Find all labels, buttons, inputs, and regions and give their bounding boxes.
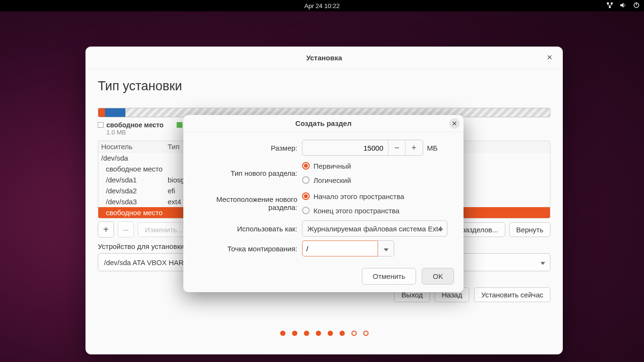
ok-button[interactable]: OK: [422, 268, 454, 285]
legend-size: 1.0 MB: [98, 129, 163, 136]
size-increment-button[interactable]: +: [405, 140, 422, 155]
pager-dot: [328, 331, 333, 336]
swatch-icon: [98, 122, 104, 128]
pager-dot: [292, 331, 297, 336]
strip-segment: [105, 108, 125, 117]
add-partition-button[interactable]: +: [98, 221, 114, 238]
cell-device: /dev/sda1: [101, 176, 168, 184]
pager-dots: [98, 331, 550, 336]
pager-dot: [351, 331, 357, 336]
swatch-icon: [177, 122, 182, 128]
radio-label: Логический: [313, 176, 351, 184]
cancel-button[interactable]: Отменить: [362, 268, 417, 285]
top-bar: Apr 24 10:22: [0, 0, 644, 11]
cell-device: /dev/sda2: [101, 187, 168, 195]
radio-logical[interactable]: Логический: [302, 174, 351, 186]
page-title: Тип установки: [98, 79, 550, 94]
radio-location-end[interactable]: Конец этого пространства: [302, 204, 399, 217]
chevron-down-icon: [540, 258, 545, 267]
pager-dot: [316, 331, 321, 336]
clock-text: Apr 24 10:22: [304, 2, 340, 10]
size-unit: МБ: [427, 144, 437, 152]
radio-label: Начало этого пространства: [313, 192, 404, 200]
location-label: Местоположение нового раздела:: [193, 195, 302, 211]
close-icon[interactable]: [547, 53, 556, 63]
use-as-value: Журналируемая файловая система Ext4: [307, 225, 442, 233]
dialog-header: Создать раздел ✕: [183, 115, 464, 132]
dialog-title: Создать раздел: [295, 119, 351, 127]
pager-dot: [280, 331, 285, 336]
change-partition-button[interactable]: Изменить...: [138, 222, 190, 237]
cell-device: свободное место: [101, 209, 168, 217]
col-device: Носитель: [101, 143, 168, 151]
svg-rect-1: [611, 2, 613, 4]
radio-icon: [302, 192, 310, 200]
dialog-actions: Отменить OK: [183, 268, 464, 292]
mount-point-label: Точка монтирования:: [193, 245, 302, 253]
legend-item: свободное место 1.0 MB: [98, 121, 163, 136]
bootloader-value: /dev/sda ATA VBOX HARD: [104, 258, 189, 267]
radio-label: Конец этого пространства: [313, 207, 399, 215]
radio-label: Первичный: [313, 162, 351, 170]
use-as-select[interactable]: Журналируемая файловая система Ext4: [302, 220, 447, 237]
system-tray: [606, 0, 640, 11]
mount-point-dropdown-button[interactable]: [378, 240, 394, 257]
radio-icon: [302, 162, 310, 170]
size-label: Размер:: [193, 144, 302, 152]
cell-device: /dev/sda: [101, 154, 168, 162]
pager-dot: [363, 331, 369, 336]
strip-segment: [98, 108, 105, 117]
window-title: Установка: [306, 54, 342, 62]
svg-rect-0: [607, 2, 609, 4]
window-header: Установка: [85, 47, 563, 69]
radio-primary[interactable]: Первичный: [302, 160, 351, 172]
mount-point-combo[interactable]: [302, 240, 394, 257]
close-icon[interactable]: ✕: [449, 118, 460, 129]
remove-partition-button[interactable]: –: [118, 221, 134, 238]
dialog-body: Размер: − + МБ Тип нового раздела: Перви…: [183, 132, 464, 268]
power-icon[interactable]: [633, 1, 640, 10]
radio-icon: [302, 176, 310, 184]
use-as-label: Использовать как:: [193, 225, 302, 233]
mount-point-input[interactable]: [302, 240, 378, 257]
pager-dot: [304, 331, 309, 336]
network-icon[interactable]: [606, 1, 614, 10]
chevron-down-icon: [384, 245, 388, 253]
radio-location-begin[interactable]: Начало этого пространства: [302, 190, 404, 202]
size-input[interactable]: [303, 140, 388, 155]
legend-name: свободное место: [106, 121, 163, 129]
revert-button[interactable]: Вернуть: [509, 222, 550, 237]
size-decrement-button[interactable]: −: [388, 140, 405, 155]
volume-icon[interactable]: [619, 1, 627, 10]
size-stepper[interactable]: − +: [302, 140, 423, 156]
partition-type-label: Тип нового раздела:: [193, 169, 302, 177]
install-now-button[interactable]: Установить сейчас: [474, 287, 550, 302]
cell-device: /dev/sda3: [101, 198, 168, 206]
radio-icon: [302, 207, 310, 214]
cell-device: свободное место: [101, 165, 168, 173]
create-partition-dialog: Создать раздел ✕ Размер: − + МБ Тип ново…: [183, 115, 464, 292]
pager-dot: [340, 331, 345, 336]
chevron-down-icon: [438, 225, 443, 233]
